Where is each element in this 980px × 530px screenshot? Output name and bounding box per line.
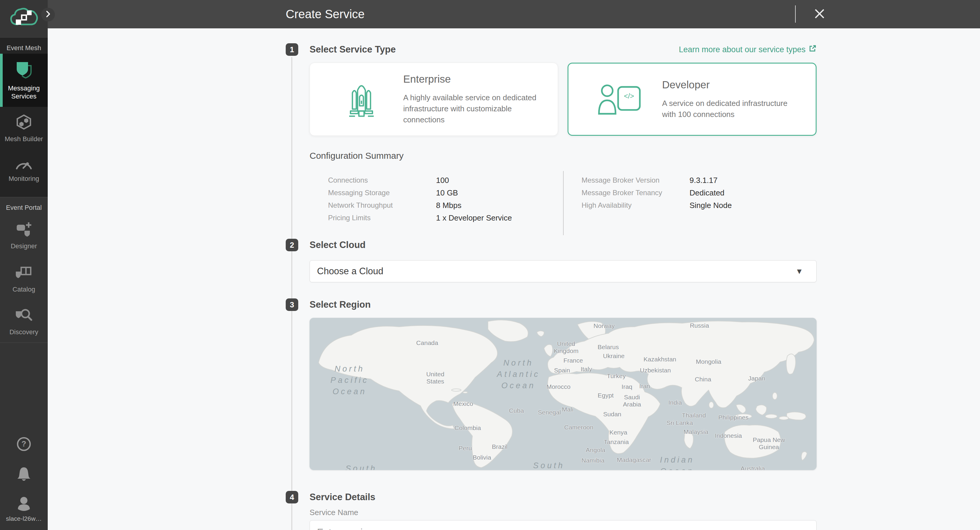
config-value: Single Node [689, 201, 732, 210]
header-divider [795, 5, 796, 23]
sidebar-item-designer[interactable]: Designer [0, 213, 48, 257]
map-label: Colombia [455, 425, 481, 431]
service-name-label: Service Name [310, 508, 358, 517]
sidebar: Event Mesh Messaging Services Mesh Build… [0, 0, 48, 530]
map-label: Indian Ocean [660, 454, 695, 470]
map-label: India [668, 399, 682, 406]
service-type-name: Developer [662, 79, 801, 91]
map-label: Sudan [603, 410, 622, 418]
sidebar-item-messaging-services[interactable]: Messaging Services [0, 54, 48, 107]
config-value: 9.3.1.17 [689, 176, 718, 185]
dropdown-caret-icon: ▼ [795, 267, 803, 276]
map-label: Kazakhstan [644, 356, 676, 363]
solace-cloud-logo-icon [8, 5, 39, 30]
map-label: Mali [562, 406, 574, 413]
config-value: 100 [436, 176, 449, 185]
map-label: United Kingdom [554, 340, 579, 354]
map-label: Cameroon [564, 424, 593, 431]
cloud-select-dropdown[interactable]: Choose a Cloud ▼ [310, 260, 816, 282]
map-label: North Atlantic Ocean [497, 357, 540, 391]
map-label: Belarus [598, 343, 619, 351]
rocket-icon [340, 80, 383, 119]
bell-icon[interactable] [16, 466, 31, 483]
step-1-badge: 1 [286, 43, 298, 56]
step-4-badge: 4 [286, 491, 298, 503]
map-label: Madagascar [617, 456, 651, 463]
person-code-icon: </> [598, 81, 643, 117]
config-value: 8 Mbps [436, 201, 461, 210]
account-menu[interactable]: slace-l26w… [6, 496, 42, 522]
service-name-input[interactable] [310, 520, 816, 530]
help-icon[interactable]: ? [16, 436, 32, 453]
sidebar-item-mesh-builder[interactable]: Mesh Builder [0, 107, 48, 150]
sidebar-group-event-portal: Event Portal Designer Catalog [0, 197, 48, 343]
sidebar-item-label: Discovery [1, 328, 46, 336]
service-type-description: A highly available service on dedicated … [403, 92, 543, 125]
step-connector-line [291, 57, 292, 530]
group-label-event-portal: Event Portal [0, 197, 48, 213]
chevron-right-icon [45, 10, 52, 19]
service-type-description: A service on dedicated infrastructure wi… [662, 98, 801, 120]
map-label: Iran [640, 383, 650, 390]
step-3-title: Select Region [310, 299, 371, 310]
region-map[interactable]: North Pacific OceanNorth Atlantic OceanI… [310, 318, 816, 470]
map-label: Ukraine [603, 353, 625, 359]
group-label-event-mesh: Event Mesh [0, 38, 48, 54]
config-value: Dedicated [689, 188, 724, 198]
service-type-card-enterprise[interactable]: Enterprise A highly available service on… [310, 63, 558, 136]
service-type-card-developer[interactable]: </> Developer A service on dedicated inf… [568, 63, 816, 136]
close-icon [814, 8, 825, 21]
map-label: Sri Lanka [667, 419, 693, 426]
map-label: South [346, 463, 377, 470]
page-title: Create Service [286, 0, 365, 28]
configuration-summary: Configuration Summary Connections 100 Me… [310, 151, 816, 237]
step-2-title: Select Cloud [310, 239, 366, 251]
map-label: Turkey [607, 372, 626, 380]
map-label: Canada [416, 339, 438, 346]
sidebar-item-catalog[interactable]: Catalog [0, 257, 48, 300]
learn-more-link[interactable]: Learn more about our service types [679, 45, 816, 54]
map-label: United States [426, 370, 444, 385]
map-label: Kenya [609, 429, 627, 436]
sidebar-group-event-mesh: Event Mesh Messaging Services Mesh Build… [0, 38, 48, 197]
map-label: Bolivia [473, 454, 491, 461]
map-label: Australia [741, 465, 765, 470]
map-label: Cuba [509, 407, 524, 414]
map-label: France [563, 357, 583, 364]
sidebar-item-label: Designer [1, 242, 46, 250]
map-label: Egypt [598, 392, 614, 399]
sidebar-item-label: Messaging Services [1, 84, 46, 100]
sidebar-item-discovery[interactable]: Discovery [0, 300, 48, 343]
step-4-header: 4 Service Details [286, 491, 375, 503]
step-2-badge: 2 [286, 239, 298, 251]
sidebar-item-label: Catalog [1, 285, 46, 293]
config-row: High Availability Single Node [582, 199, 732, 212]
map-label: Thailand [682, 412, 706, 419]
map-label: Mongolia [696, 358, 721, 365]
person-icon [16, 496, 32, 512]
map-label: Mexico [453, 400, 473, 407]
map-label: Uzbekistan [640, 367, 671, 374]
config-label: Network Throughput [328, 201, 436, 209]
map-label: Spain [554, 367, 570, 374]
step-3-badge: 3 [286, 299, 298, 311]
map-label: Papua New Guinea [753, 436, 785, 451]
designer-plus-shield-icon [15, 233, 33, 238]
modal-header: Create Service [48, 0, 980, 28]
map-label: North Pacific Ocean [331, 363, 369, 397]
service-type-cards: Enterprise A highly available service on… [310, 63, 816, 136]
create-service-form: 1 Select Service Type Learn more about o… [48, 28, 980, 530]
service-type-name: Enterprise [403, 73, 543, 85]
shield-icon [14, 75, 33, 80]
map-label: Japan [748, 375, 765, 382]
app-logo[interactable] [0, 0, 48, 38]
sidebar-item-monitoring[interactable]: Monitoring [0, 150, 48, 189]
sidebar-expand-button[interactable] [41, 8, 55, 21]
map-label: Russia [690, 322, 709, 329]
config-label: Message Broker Version [582, 176, 689, 184]
close-button[interactable] [812, 7, 827, 21]
map-label: Angola [586, 447, 605, 453]
sidebar-divider [0, 343, 48, 343]
cloud-select-value: Choose a Cloud [317, 266, 383, 277]
config-column-divider [563, 171, 564, 235]
